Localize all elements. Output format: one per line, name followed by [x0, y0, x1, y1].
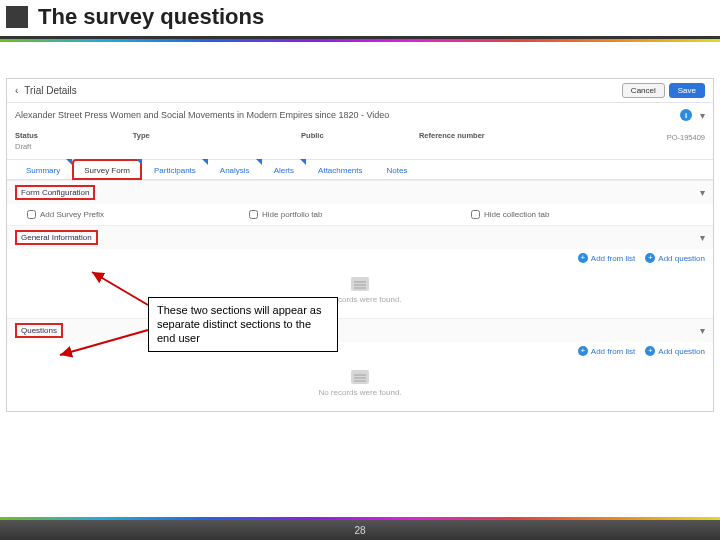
tab-corner-icon	[66, 159, 72, 165]
section-title-questions: Questions	[15, 323, 63, 338]
add-from-list-link[interactable]: +Add from list	[578, 346, 635, 356]
section-form-configuration: Form Configuration ▾ Add Survey Prefix H…	[7, 180, 713, 225]
link-label: Add question	[658, 347, 705, 356]
link-label: Add from list	[591, 254, 635, 263]
checkbox-hide-collection[interactable]: Hide collection tab	[471, 210, 693, 219]
page-number: 28	[354, 525, 365, 536]
empty-state: No records were found.	[7, 267, 713, 318]
tab-corner-icon	[136, 159, 142, 165]
tab-analysis[interactable]: Analysis	[209, 160, 261, 179]
collapse-icon[interactable]: ▾	[700, 110, 705, 121]
section-general-information: General Information ▾ +Add from list +Ad…	[7, 225, 713, 318]
tab-label: Survey Form	[84, 166, 130, 175]
cancel-button[interactable]: Cancel	[622, 83, 665, 98]
add-from-list-link[interactable]: +Add from list	[578, 253, 635, 263]
rainbow-divider	[0, 39, 720, 42]
section-title-form-configuration: Form Configuration	[15, 185, 95, 200]
tab-label: Alerts	[274, 166, 294, 175]
annotation-callout: These two sections will appear as separa…	[148, 297, 338, 352]
footer-stripe	[0, 517, 720, 520]
tab-label: Notes	[387, 166, 408, 175]
tab-label: Analysis	[220, 166, 250, 175]
chevron-down-icon[interactable]: ▾	[700, 232, 705, 243]
app-frame: ‹ Trial Details Cancel Save Alexander St…	[6, 78, 714, 412]
empty-icon	[351, 277, 369, 291]
tab-survey-form[interactable]: Survey Form	[73, 160, 141, 179]
reference-value: PO-195409	[587, 133, 705, 142]
save-button[interactable]: Save	[669, 83, 705, 98]
status-value: Draft	[15, 142, 133, 151]
reference-label: Reference number	[419, 131, 587, 140]
empty-text: No records were found.	[7, 295, 713, 304]
tab-corner-icon	[300, 159, 306, 165]
tab-label: Summary	[26, 166, 60, 175]
tab-corner-icon	[256, 159, 262, 165]
record-meta: Status Draft Type Public Reference numbe…	[7, 127, 713, 160]
type-label: Type	[133, 131, 301, 140]
plus-icon: +	[645, 253, 655, 263]
back-icon[interactable]: ‹	[15, 85, 18, 96]
tab-corner-icon	[202, 159, 208, 165]
slide-title: The survey questions	[38, 4, 264, 30]
tab-label: Participants	[154, 166, 196, 175]
tabs: Summary Survey Form Participants Analysi…	[7, 160, 713, 180]
empty-icon	[351, 370, 369, 384]
plus-icon: +	[645, 346, 655, 356]
link-label: Add from list	[591, 347, 635, 356]
tab-participants[interactable]: Participants	[143, 160, 207, 179]
checkbox-hide-portfolio[interactable]: Hide portfolio tab	[249, 210, 471, 219]
checkbox-add-survey-prefix[interactable]: Add Survey Prefix	[27, 210, 249, 219]
slide-footer: 28	[0, 520, 720, 540]
tab-alerts[interactable]: Alerts	[263, 160, 305, 179]
link-label: Add question	[658, 254, 705, 263]
chevron-down-icon[interactable]: ▾	[700, 325, 705, 336]
section-questions: Questions ▾ +Add from list +Add question…	[7, 318, 713, 411]
tab-attachments[interactable]: Attachments	[307, 160, 373, 179]
checkbox-label: Add Survey Prefix	[40, 210, 104, 219]
section-title-general-information: General Information	[15, 230, 98, 245]
breadcrumb[interactable]: Trial Details	[24, 85, 618, 96]
plus-icon: +	[578, 346, 588, 356]
tab-label: Attachments	[318, 166, 362, 175]
slide-bullet	[6, 6, 28, 28]
empty-state: No records were found.	[7, 360, 713, 411]
add-question-link[interactable]: +Add question	[645, 253, 705, 263]
plus-icon: +	[578, 253, 588, 263]
status-label: Status	[15, 131, 133, 140]
add-question-link[interactable]: +Add question	[645, 346, 705, 356]
record-title: Alexander Street Press Women and Social …	[15, 110, 680, 120]
tab-summary[interactable]: Summary	[15, 160, 71, 179]
checkbox-label: Hide portfolio tab	[262, 210, 322, 219]
checkbox-label: Hide collection tab	[484, 210, 549, 219]
chevron-down-icon[interactable]: ▾	[700, 187, 705, 198]
callout-text: These two sections will appear as separa…	[157, 304, 321, 344]
empty-text: No records were found.	[7, 388, 713, 397]
public-label: Public	[301, 131, 419, 140]
tab-notes[interactable]: Notes	[376, 160, 419, 179]
info-icon[interactable]: i	[680, 109, 692, 121]
